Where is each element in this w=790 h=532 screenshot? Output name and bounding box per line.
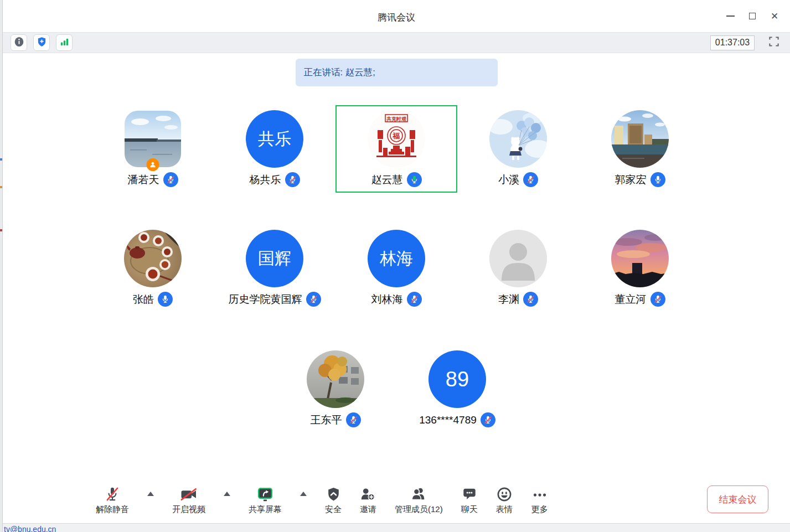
participant-name-row: 小溪 bbox=[498, 172, 538, 187]
toolbar-security-button[interactable]: 安全 bbox=[325, 485, 342, 515]
maximize-button[interactable] bbox=[741, 8, 763, 24]
avatar: 林海 bbox=[368, 230, 425, 287]
fullscreen-icon bbox=[768, 35, 780, 50]
avatar bbox=[124, 230, 182, 287]
mic-status-muted-icon[interactable] bbox=[523, 172, 538, 187]
participant-tile[interactable]: 张皓 bbox=[92, 225, 214, 312]
participant-row: 张皓 国辉 历史学院黄国辉 林海 刘林海 bbox=[3, 225, 790, 312]
network-status-button[interactable] bbox=[56, 34, 73, 51]
camera-off-icon bbox=[180, 485, 198, 503]
mic-status-muted-icon[interactable] bbox=[481, 412, 495, 427]
topstrip-right: 01:37:03 bbox=[710, 34, 782, 51]
mic-status-speaking-icon[interactable] bbox=[407, 172, 422, 187]
toolbar-camera-off-button[interactable]: 开启视频 bbox=[172, 485, 205, 515]
participant-tile[interactable]: 共乐 杨共乐 bbox=[214, 105, 335, 193]
mic-status-muted-icon[interactable] bbox=[285, 172, 300, 187]
avatar: 89 bbox=[428, 350, 486, 408]
participant-name-row: 张皓 bbox=[133, 292, 173, 307]
participant-tile[interactable]: 王东平 bbox=[275, 345, 396, 433]
end-meeting-button[interactable]: 结束会议 bbox=[707, 485, 768, 513]
mic-status-muted-icon[interactable] bbox=[650, 292, 665, 307]
security-icon bbox=[326, 485, 342, 503]
participant-tile[interactable]: 小溪 bbox=[457, 105, 579, 193]
chat-icon bbox=[461, 485, 478, 503]
toolbar-chat-button[interactable]: 聊天 bbox=[461, 485, 478, 515]
participant-name: 历史学院黄国辉 bbox=[229, 292, 302, 307]
background-speck bbox=[0, 229, 2, 231]
participant-name-row: 136****4789 bbox=[419, 412, 495, 427]
dropdown-arrow-icon[interactable] bbox=[147, 492, 154, 496]
close-button[interactable]: ✕ bbox=[763, 8, 786, 24]
participant-tile[interactable]: 潘若天 bbox=[92, 105, 214, 193]
avatar-initials: 89 bbox=[428, 350, 486, 408]
participant-name: 张皓 bbox=[133, 292, 154, 307]
participant-name: 董立河 bbox=[615, 292, 647, 307]
participant-tile[interactable]: 89 136****4789 bbox=[396, 345, 518, 433]
toolbar-button-label: 安全 bbox=[325, 504, 342, 515]
background-speck bbox=[0, 186, 2, 188]
toolbar-button-label: 管理成员(12) bbox=[395, 504, 443, 515]
minimize-icon bbox=[726, 16, 735, 17]
mic-status-muted-icon[interactable] bbox=[163, 172, 178, 187]
participant-tile[interactable]: 共克时艰 福 赵云慧 bbox=[335, 105, 457, 193]
participant-name-row: 潘若天 bbox=[128, 172, 178, 187]
background-window-strip: tv@bnu.edu.cn bbox=[3, 523, 790, 532]
participant-name-row: 杨共乐 bbox=[250, 172, 300, 187]
mic-status-on-icon[interactable] bbox=[650, 172, 665, 187]
mic-status-muted-icon[interactable] bbox=[346, 412, 361, 427]
avatar-initials: 林海 bbox=[368, 230, 425, 287]
participant-name-row: 刘林海 bbox=[371, 292, 422, 307]
dropdown-arrow-icon[interactable] bbox=[224, 492, 230, 496]
maximize-icon bbox=[749, 13, 756, 19]
toolbar-mic-muted-button[interactable]: 解除静音 bbox=[96, 485, 129, 515]
mic-status-muted-icon[interactable] bbox=[407, 292, 422, 307]
avatar-initials-text: 共乐 bbox=[258, 128, 291, 151]
participant-name: 小溪 bbox=[498, 173, 519, 187]
avatar bbox=[307, 350, 364, 408]
participant-name: 潘若天 bbox=[128, 173, 159, 187]
toolbar-more-button[interactable]: 更多 bbox=[531, 485, 549, 515]
participant-name: 王东平 bbox=[311, 413, 342, 427]
svg-text:共克时艰: 共克时艰 bbox=[386, 116, 407, 122]
mic-status-muted-icon[interactable] bbox=[306, 292, 321, 307]
share-screen-icon bbox=[256, 485, 274, 503]
participant-tile[interactable]: 董立河 bbox=[579, 225, 701, 312]
speaking-banner: 正在讲话: 赵云慧; bbox=[296, 59, 498, 86]
avatar-photo-papercut: 共克时艰 福 bbox=[368, 110, 425, 168]
participant-name-row: 历史学院黄国辉 bbox=[229, 292, 321, 307]
participant-tile[interactable]: 林海 刘林海 bbox=[335, 225, 457, 312]
participant-tile[interactable]: 国辉 历史学院黄国辉 bbox=[214, 225, 335, 312]
participant-name: 郭家宏 bbox=[615, 173, 647, 187]
close-icon: ✕ bbox=[771, 12, 778, 21]
avatar-photo-tea bbox=[124, 230, 182, 287]
participant-name: 杨共乐 bbox=[250, 173, 281, 187]
mic-status-muted-icon[interactable] bbox=[523, 292, 538, 307]
toolbar-button-label: 解除静音 bbox=[96, 504, 129, 515]
avatar bbox=[611, 230, 669, 287]
avatar bbox=[489, 230, 547, 287]
toolbar-invite-button[interactable]: 邀请 bbox=[360, 485, 376, 515]
security-shield-icon bbox=[37, 37, 47, 49]
more-icon bbox=[531, 485, 549, 503]
toolbar-button-label: 更多 bbox=[531, 504, 548, 515]
avatar bbox=[124, 110, 182, 168]
fullscreen-button[interactable] bbox=[766, 34, 782, 51]
dropdown-arrow-icon[interactable] bbox=[300, 492, 307, 496]
avatar-initials: 国辉 bbox=[246, 230, 303, 287]
meeting-security-button[interactable] bbox=[33, 34, 50, 51]
mic-status-on-icon[interactable] bbox=[158, 292, 173, 307]
video-grid-area: 正在讲话: 赵云慧; 潘若天 共乐 杨共乐 bbox=[3, 53, 790, 476]
meeting-info-button[interactable] bbox=[11, 34, 27, 51]
toolbar-members-button[interactable]: 管理成员(12) bbox=[395, 485, 443, 515]
toolbar-share-screen-button[interactable]: 共享屏幕 bbox=[249, 485, 282, 515]
toolbar-button-label: 邀请 bbox=[360, 504, 376, 515]
avatar: 国辉 bbox=[246, 230, 303, 287]
minimize-button[interactable] bbox=[719, 8, 741, 24]
toolbar-emoji-button[interactable]: 表情 bbox=[496, 485, 513, 515]
participant-tile[interactable]: 李渊 bbox=[457, 225, 579, 312]
title-bar: 腾讯会议 ✕ bbox=[3, 0, 790, 32]
background-email-link: tv@bnu.edu.cn bbox=[4, 525, 56, 532]
participant-name: 李渊 bbox=[498, 292, 519, 307]
members-icon bbox=[410, 485, 427, 503]
participant-tile[interactable]: 郭家宏 bbox=[579, 105, 701, 193]
